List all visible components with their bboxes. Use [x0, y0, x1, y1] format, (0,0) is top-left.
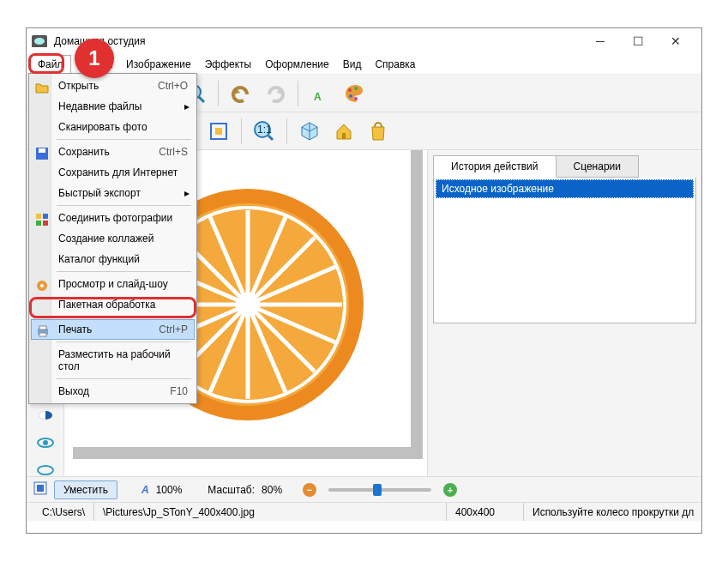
svg-rect-40 [43, 221, 48, 226]
svg-rect-38 [43, 214, 48, 219]
zoom-out-button[interactable]: − [303, 483, 316, 497]
menubar: Файл Правка Изображение Эффекты Оформлен… [27, 54, 701, 75]
zoom-slider[interactable] [328, 488, 431, 492]
redo-button[interactable] [260, 78, 291, 109]
svg-rect-37 [36, 214, 41, 219]
svg-point-6 [348, 88, 352, 92]
right-panel: История действий Сценарии Исходное изобр… [427, 150, 701, 476]
svg-point-32 [236, 293, 260, 317]
status-hint: Используйте колесо прокрутки для [523, 503, 695, 521]
svg-text:1:1: 1:1 [257, 124, 272, 136]
menu-save-web[interactable]: Сохранить для Интернет [31, 162, 195, 183]
text-a-icon: A [141, 484, 149, 496]
save-icon [34, 146, 50, 161]
gear-icon [34, 278, 50, 293]
annotation-badge-1: 1 [75, 39, 114, 78]
statusbar-zoom: Уместить A 100% Масштаб: 80% − + [27, 476, 701, 502]
menu-collage[interactable]: Создание коллажей [31, 228, 195, 249]
menu-catalog[interactable]: Каталог функций [31, 249, 195, 269]
statusbar-info: C:\Users\ \Pictures\Jp_STonY_400x400.jpg… [27, 502, 701, 521]
fit-button[interactable]: Уместить [54, 480, 117, 499]
menu-join[interactable]: Соединить фотографии [31, 208, 195, 228]
zoom-in-button[interactable]: + [443, 483, 457, 497]
status-path-file: \Pictures\Jp_STonY_400x400.jpg [93, 503, 446, 521]
svg-point-9 [354, 97, 358, 100]
titlebar: Домашняя остудия ─ ☐ ✕ [27, 28, 701, 54]
minimize-button[interactable]: ─ [581, 29, 619, 53]
menu-recent[interactable]: Недавние файлы▸ [31, 96, 195, 117]
svg-point-42 [40, 284, 44, 287]
history-list: Исходное изображение [433, 178, 696, 323]
grid-icon [34, 212, 50, 227]
folder-icon [34, 80, 50, 95]
menu-image[interactable]: Изображение [119, 56, 198, 73]
close-button[interactable]: ✕ [657, 29, 695, 53]
svg-rect-15 [342, 133, 346, 139]
eye-tool[interactable] [33, 437, 57, 449]
svg-point-20 [38, 466, 53, 474]
window-title: Домашняя остудия [33, 35, 581, 47]
tab-scenarios[interactable]: Сценарии [557, 155, 639, 178]
menu-quick-export[interactable]: Быстрый экспорт▸ [31, 183, 195, 203]
svg-rect-11 [215, 128, 222, 135]
text-button[interactable]: A [305, 78, 336, 109]
menu-design[interactable]: Оформление [258, 56, 335, 73]
menu-file[interactable]: Файл [30, 55, 71, 73]
menu-view[interactable]: Вид [336, 56, 369, 73]
contrast-tool[interactable] [33, 409, 57, 421]
actual-size-button[interactable]: 1:1 [249, 116, 280, 147]
maximize-button[interactable]: ☐ [619, 29, 657, 53]
menu-exit[interactable]: ВыходF10 [31, 381, 195, 402]
svg-point-8 [354, 87, 358, 90]
file-menu-dropdown: ОткрытьCtrl+O Недавние файлы▸ Сканироват… [28, 73, 197, 404]
menu-effects[interactable]: Эффекты [198, 56, 259, 73]
fit-page-icon [33, 481, 47, 498]
svg-point-7 [349, 94, 352, 98]
svg-rect-45 [39, 333, 46, 336]
shop-button[interactable] [363, 116, 394, 147]
menu-scan[interactable]: Сканировать фото [31, 117, 195, 137]
zoom-text-value: 100% [156, 484, 183, 496]
scale-value: 80% [262, 484, 282, 496]
svg-rect-39 [36, 221, 41, 226]
undo-button[interactable] [226, 78, 256, 109]
svg-text:A: A [314, 91, 322, 103]
menu-batch[interactable]: Пакетная обработка [31, 294, 195, 315]
svg-point-19 [43, 440, 48, 445]
ellipse-tool[interactable] [33, 464, 57, 476]
menu-slideshow[interactable]: Просмотр и слайд-шоу [31, 274, 195, 294]
menu-save[interactable]: СохранитьCtrl+S [31, 142, 195, 162]
menu-help[interactable]: Справка [368, 56, 422, 73]
right-tabs: История действий Сценарии [433, 155, 696, 178]
printer-icon [35, 323, 51, 339]
svg-rect-34 [37, 485, 44, 492]
status-path-user: C:\Users\ [33, 503, 93, 521]
fit-screen-button[interactable] [203, 116, 234, 147]
svg-rect-44 [39, 326, 46, 329]
status-dimensions: 400x400 [446, 503, 523, 521]
app-icon [32, 35, 47, 47]
svg-line-4 [199, 97, 204, 102]
svg-line-14 [268, 136, 273, 140]
menu-wallpaper[interactable]: Разместить на рабочий стол [31, 344, 195, 377]
palette-button[interactable] [340, 78, 370, 109]
cube-button[interactable] [294, 116, 325, 147]
scale-label: Масштаб: [208, 484, 255, 496]
svg-rect-36 [39, 148, 45, 153]
menu-print[interactable]: ПечатьCtrl+P [31, 319, 195, 340]
home-button[interactable] [328, 116, 359, 147]
zoom-slider-thumb[interactable] [373, 484, 382, 496]
menu-open[interactable]: ОткрытьCtrl+O [31, 76, 195, 96]
tab-history[interactable]: История действий [433, 155, 557, 178]
history-item-original[interactable]: Исходное изображение [436, 179, 694, 198]
